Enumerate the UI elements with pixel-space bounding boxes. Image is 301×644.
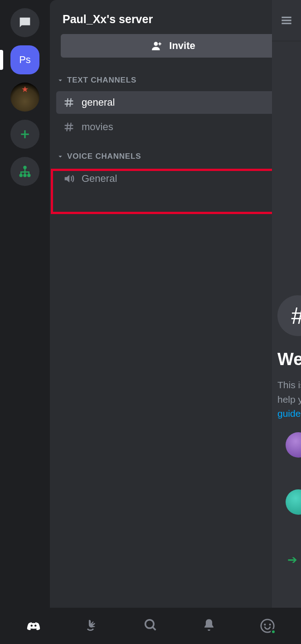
server-header: Paul_Xx's server [50,0,296,34]
category-text-header[interactable]: TEXT CHANNELS [50,68,296,89]
add-server-button[interactable] [10,120,39,149]
wave-icon [84,617,100,633]
server-ps[interactable]: Ps [10,45,39,74]
plus-icon [18,127,32,141]
suggestion-avatar-2[interactable] [286,489,301,515]
hub-icon [18,165,32,178]
server-other[interactable] [10,83,39,112]
invite-button[interactable]: Invite [61,34,286,58]
welcome-heading: Wel [277,350,301,369]
nav-profile[interactable] [260,618,275,634]
invite-label: Invite [169,40,195,52]
status-dot [271,629,276,634]
suggestion-avatar-1[interactable] [286,432,301,458]
category-voice-label: VOICE CHANNELS [67,152,141,161]
svg-point-2 [24,174,26,176]
nav-notifications[interactable] [201,617,217,634]
discover-hub-button[interactable] [10,157,39,186]
chevron-down-icon [56,152,64,161]
speaker-icon [63,172,75,185]
welcome-hash-badge: # [277,295,301,336]
search-icon [143,617,158,633]
nav-home[interactable] [26,617,41,634]
text-channel-movies[interactable]: movies [56,116,290,138]
app-frame: Ps Paul_Xx's server [0,0,301,608]
hamburger-button[interactable] [272,0,301,41]
server-title: Paul_Xx's server [63,13,153,26]
svg-point-0 [24,166,26,169]
welcome-text: This is help y guide [277,378,301,421]
category-voice-header[interactable]: VOICE CHANNELS [50,140,296,166]
server-rail: Ps [0,0,50,608]
voice-channel-general[interactable]: General [56,167,290,190]
svg-point-1 [20,174,22,176]
chat-bubble-icon [17,15,33,30]
channel-label: general [82,97,115,108]
svg-point-6 [34,624,37,627]
channel-label: General [82,173,117,185]
hamburger-icon [279,13,294,28]
invite-person-icon [151,40,163,52]
svg-point-5 [31,624,33,627]
hash-icon [63,121,75,133]
discord-logo-icon [26,617,41,633]
chevron-down-icon [56,76,64,84]
bell-icon [201,617,217,633]
text-channel-general[interactable]: general [56,91,290,114]
guide-link[interactable]: guide [277,408,301,419]
direct-messages-button[interactable] [10,8,39,37]
bottom-nav [0,608,301,644]
content-pane-peek: # Wel This is help y guide ➔ [272,0,301,608]
channel-label: movies [82,121,113,133]
svg-point-3 [28,174,30,176]
nav-search[interactable] [143,617,158,634]
hash-icon [63,96,75,109]
channel-panel: Paul_Xx's server Invite TEXT CHANNELS [50,0,296,608]
svg-point-4 [154,42,158,46]
server-initials: Ps [19,54,31,66]
category-text-label: TEXT CHANNELS [67,76,136,85]
next-arrow[interactable]: ➔ [287,553,297,567]
nav-friends[interactable] [84,617,100,634]
